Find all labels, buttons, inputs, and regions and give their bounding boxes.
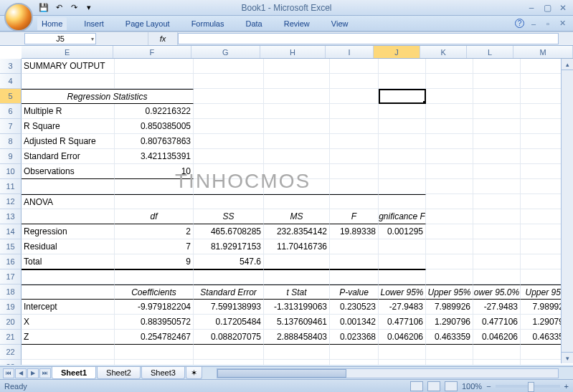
cell-J13[interactable]: gnificance F <box>379 209 426 224</box>
cell-K18[interactable]: Upper 95% <box>426 285 473 300</box>
cell-L5[interactable] <box>473 89 521 104</box>
row-header-4[interactable]: 4 <box>0 74 22 89</box>
tab-view[interactable]: View <box>327 17 353 30</box>
cell-J3[interactable] <box>379 59 426 74</box>
col-header-K[interactable]: K <box>420 46 467 58</box>
row-header-5[interactable]: 5 <box>0 89 22 104</box>
cell-E21[interactable]: Z <box>22 330 115 345</box>
cell-F23[interactable] <box>115 360 194 365</box>
cell-J10[interactable] <box>379 164 426 179</box>
cell-I17[interactable] <box>330 269 379 285</box>
col-header-F[interactable]: F <box>113 46 191 58</box>
cell-H12[interactable] <box>264 194 330 209</box>
cell-H22[interactable] <box>264 345 330 360</box>
cell-H4[interactable] <box>264 74 330 89</box>
cell-F6[interactable]: 0.92216322 <box>115 104 194 119</box>
office-button[interactable] <box>4 3 33 32</box>
row-header-10[interactable]: 10 <box>0 164 22 179</box>
cell-I23[interactable] <box>330 360 379 365</box>
cell-F22[interactable] <box>115 345 194 360</box>
cell-K13[interactable] <box>426 209 473 224</box>
row-header-14[interactable]: 14 <box>0 224 22 239</box>
cell-H20[interactable]: 5.137609461 <box>264 315 330 330</box>
cell-G14[interactable]: 465.6708285 <box>194 224 264 239</box>
cell-G8[interactable] <box>194 134 264 149</box>
cell-F21[interactable]: 0.254782467 <box>115 330 194 345</box>
cell-I11[interactable] <box>330 179 379 194</box>
ribbon-restore-button[interactable]: ▫ <box>543 19 553 29</box>
cell-H13[interactable]: MS <box>264 209 330 224</box>
cell-L10[interactable] <box>473 164 521 179</box>
col-header-J[interactable]: J <box>374 46 420 58</box>
view-layout-button[interactable] <box>427 381 440 391</box>
scroll-down-button[interactable]: ▾ <box>562 352 573 363</box>
cell-G17[interactable] <box>194 269 264 285</box>
cell-L13[interactable] <box>473 209 521 224</box>
cell-L18[interactable]: ower 95.0% <box>473 285 521 300</box>
cell-E23[interactable] <box>22 360 115 365</box>
cell-L6[interactable] <box>473 104 521 119</box>
cell-H16[interactable] <box>264 254 330 269</box>
cell-G10[interactable] <box>194 164 264 179</box>
cell-I22[interactable] <box>330 345 379 360</box>
row-header-8[interactable]: 8 <box>0 134 22 149</box>
tab-home[interactable]: Home <box>37 17 67 30</box>
cell-H10[interactable] <box>264 164 330 179</box>
cell-K14[interactable] <box>426 224 473 239</box>
cell-L7[interactable] <box>473 119 521 134</box>
cell-G16[interactable]: 547.6 <box>194 254 264 269</box>
cell-E7[interactable]: R Square <box>22 119 115 134</box>
cell-F20[interactable]: 0.883950572 <box>115 315 194 330</box>
cell-I9[interactable] <box>330 149 379 164</box>
cell-J8[interactable] <box>379 134 426 149</box>
cell-I14[interactable]: 19.89338 <box>330 224 379 239</box>
cell-E15[interactable]: Residual <box>22 239 115 254</box>
cell-H18[interactable]: t Stat <box>264 285 330 300</box>
cell-K20[interactable]: 1.290796 <box>426 315 473 330</box>
cell-L17[interactable] <box>473 269 521 285</box>
cell-I15[interactable] <box>330 239 379 254</box>
new-sheet-button[interactable]: ✶ <box>186 367 202 379</box>
cell-H14[interactable]: 232.8354142 <box>264 224 330 239</box>
cell-L23[interactable] <box>473 360 521 365</box>
sheet-tab-3[interactable]: Sheet3 <box>141 367 185 379</box>
cell-F19[interactable]: -9.979182204 <box>115 300 194 315</box>
close-button[interactable]: ✕ <box>557 3 569 13</box>
row-header-7[interactable]: 7 <box>0 119 22 134</box>
cell-I4[interactable] <box>330 74 379 89</box>
cell-K16[interactable] <box>426 254 473 269</box>
cell-E14[interactable]: Regression <box>22 224 115 239</box>
cell-I19[interactable]: 0.230523 <box>330 300 379 315</box>
col-header-G[interactable]: G <box>191 46 261 58</box>
cell-F8[interactable]: 0.807637863 <box>115 134 194 149</box>
cell-L12[interactable] <box>473 194 521 209</box>
cell-I6[interactable] <box>330 104 379 119</box>
row-header-17[interactable]: 17 <box>0 269 22 285</box>
cell-L14[interactable] <box>473 224 521 239</box>
cell-K5[interactable] <box>426 89 473 104</box>
cell-J23[interactable] <box>379 360 426 365</box>
cell-J15[interactable] <box>379 239 426 254</box>
cell-F16[interactable]: 9 <box>115 254 194 269</box>
cell-E17[interactable] <box>22 269 115 285</box>
col-header-H[interactable]: H <box>260 46 326 58</box>
cell-E12[interactable]: ANOVA <box>22 194 115 209</box>
cell-K6[interactable] <box>426 104 473 119</box>
cell-I20[interactable]: 0.001342 <box>330 315 379 330</box>
tab-data[interactable]: Data <box>241 17 266 30</box>
cell-E8[interactable]: Adjusted R Square <box>22 134 115 149</box>
cell-I12[interactable] <box>330 194 379 209</box>
zoom-level[interactable]: 100% <box>462 382 482 391</box>
horizontal-scrollbar[interactable] <box>217 368 559 378</box>
cell-H8[interactable] <box>264 134 330 149</box>
cell-F15[interactable]: 7 <box>115 239 194 254</box>
cell-K23[interactable] <box>426 360 473 365</box>
tab-nav-last[interactable]: ⏭ <box>39 368 51 378</box>
cell-J9[interactable] <box>379 149 426 164</box>
row-header-19[interactable]: 19 <box>0 300 22 315</box>
cell-L9[interactable] <box>473 149 521 164</box>
cell-L8[interactable] <box>473 134 521 149</box>
cell-E18[interactable] <box>22 285 115 300</box>
row-header-12[interactable]: 12 <box>0 194 22 209</box>
sheet-tab-2[interactable]: Sheet2 <box>97 367 141 379</box>
